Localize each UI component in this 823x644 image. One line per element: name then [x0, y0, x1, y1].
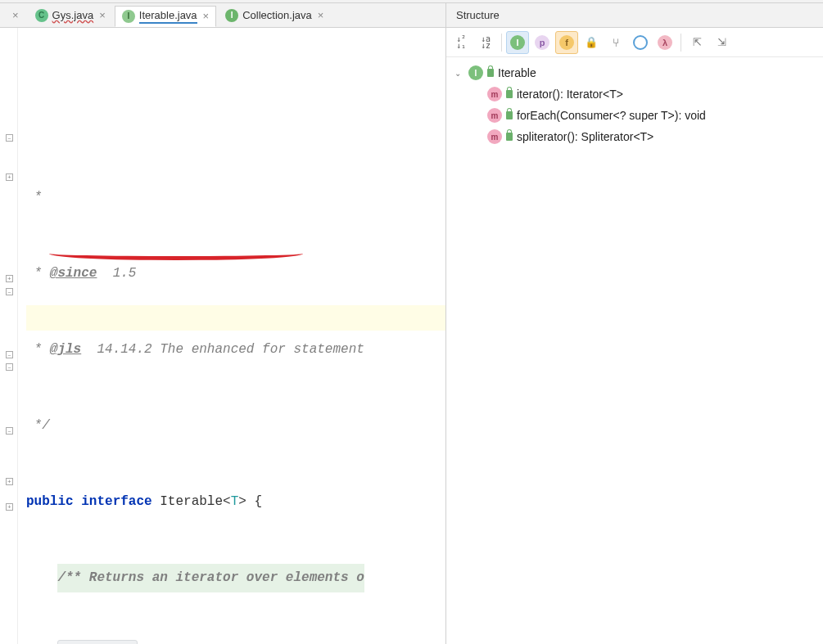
structure-tree: ⌄ Iterable iterator(): Iterator<T> forEa…	[446, 57, 823, 147]
interface-file-icon	[122, 10, 135, 23]
show-fields-button[interactable]: f	[555, 31, 578, 54]
close-icon[interactable]: ×	[11, 9, 20, 21]
class-file-icon	[35, 9, 48, 22]
collapse-all-button[interactable]: ⇲	[710, 31, 733, 54]
expand-all-button[interactable]: ⇱	[685, 31, 708, 54]
fold-icon[interactable]: –	[6, 134, 13, 142]
lock-icon	[487, 69, 494, 77]
structure-title: Structure	[446, 3, 823, 28]
fold-icon[interactable]: +	[6, 275, 13, 282]
show-inherited-button[interactable]: ⑂	[604, 31, 627, 54]
sort-alphabetically-button[interactable]: ↓a↓z	[474, 31, 497, 54]
tab-label: Iterable.java	[139, 9, 197, 24]
tab-iterable[interactable]: Iterable.java ×	[115, 6, 216, 27]
code-editor[interactable]: – + + – – – – + + * * @since 1.5 * @jls …	[0, 28, 445, 644]
highlighted-line	[26, 305, 445, 331]
fold-icon[interactable]: –	[6, 427, 13, 435]
lock-icon	[506, 90, 513, 98]
fold-icon[interactable]: –	[6, 288, 13, 295]
method-icon	[487, 129, 502, 144]
interface-file-icon	[225, 9, 238, 22]
tab-label: Gys.java	[52, 9, 94, 21]
editor-pane: × Gys.java × Iterable.java × Collection.…	[0, 3, 446, 644]
tab-gys[interactable]: Gys.java ×	[28, 5, 113, 26]
lock-icon	[506, 133, 513, 141]
tree-node-iterable[interactable]: ⌄ Iterable	[451, 62, 823, 83]
fold-icon[interactable]: –	[6, 363, 13, 371]
close-icon[interactable]: ×	[201, 10, 211, 22]
show-interfaces-button[interactable]: I	[506, 31, 529, 54]
editor-tabs: × Gys.java × Iterable.java × Collection.…	[0, 3, 445, 28]
lock-icon	[506, 111, 513, 119]
fold-icon[interactable]: +	[6, 503, 13, 511]
red-annotation-stroke	[49, 254, 303, 260]
method-icon	[487, 87, 502, 101]
close-icon[interactable]: ×	[316, 9, 326, 21]
structure-toolbar: ↓²↓₁ ↓a↓z I p f 🔒 ⑂	[446, 28, 823, 57]
show-non-public-button[interactable]: 🔒	[580, 31, 603, 54]
fold-icon[interactable]: –	[6, 351, 13, 358]
tab-collection[interactable]: Collection.java ×	[218, 5, 331, 26]
tree-node-foreach[interactable]: forEach(Consumer<? super T>): void	[451, 105, 823, 126]
gutter: – + + – – – – + +	[0, 28, 18, 644]
tree-node-iterator[interactable]: iterator(): Iterator<T>	[451, 83, 823, 105]
close-icon[interactable]: ×	[97, 9, 107, 21]
annotation-inlay: @NotNull()	[57, 640, 138, 644]
tree-node-spliterator[interactable]: spliterator(): Spliterator<T>	[451, 126, 823, 147]
code-content[interactable]: * * @since 1.5 * @jls 14.14.2 The enhanc…	[18, 28, 445, 644]
tab-blank-close[interactable]: ×	[3, 5, 26, 26]
show-anonymous-button[interactable]	[629, 31, 652, 54]
fold-icon[interactable]: +	[6, 173, 13, 181]
show-properties-button[interactable]: p	[531, 31, 554, 54]
tab-label: Collection.java	[242, 9, 312, 21]
chevron-down-icon[interactable]: ⌄	[454, 69, 464, 78]
structure-panel: Structure ↓²↓₁ ↓a↓z I p f 🔒 ⑂	[446, 3, 823, 644]
sort-by-visibility-button[interactable]: ↓²↓₁	[450, 31, 473, 54]
interface-icon	[468, 65, 483, 80]
show-lambda-button[interactable]: λ	[653, 31, 676, 54]
method-icon	[487, 108, 502, 123]
fold-icon[interactable]: +	[6, 478, 13, 485]
